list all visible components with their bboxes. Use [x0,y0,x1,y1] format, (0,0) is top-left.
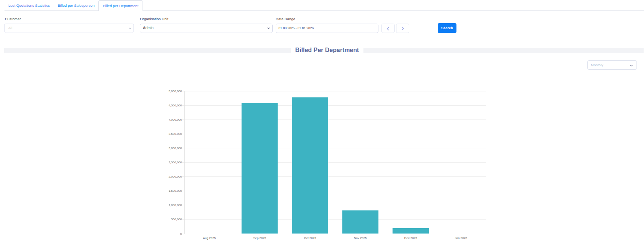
svg-text:4,000,000: 4,000,000 [168,118,182,121]
svg-text:1,500,000: 1,500,000 [168,189,182,193]
svg-text:3,500,000: 3,500,000 [168,132,182,136]
svg-text:500,000: 500,000 [171,218,182,221]
svg-text:Sep 2025: Sep 2025 [253,236,266,240]
svg-text:Nov 2025: Nov 2025 [354,236,367,240]
svg-text:Dec 2025: Dec 2025 [404,236,417,240]
svg-text:3,000,000: 3,000,000 [168,146,182,150]
svg-text:5,000,000: 5,000,000 [168,90,182,93]
svg-text:1,000,000: 1,000,000 [168,203,182,207]
svg-text:2,500,000: 2,500,000 [168,161,182,164]
svg-text:Jan 2026: Jan 2026 [455,236,467,240]
svg-text:0: 0 [180,232,182,236]
svg-text:Oct 2025: Oct 2025 [304,236,316,240]
svg-text:Aug 2025: Aug 2025 [203,236,216,240]
svg-text:4,500,000: 4,500,000 [168,104,182,107]
svg-text:2,000,000: 2,000,000 [168,175,182,178]
